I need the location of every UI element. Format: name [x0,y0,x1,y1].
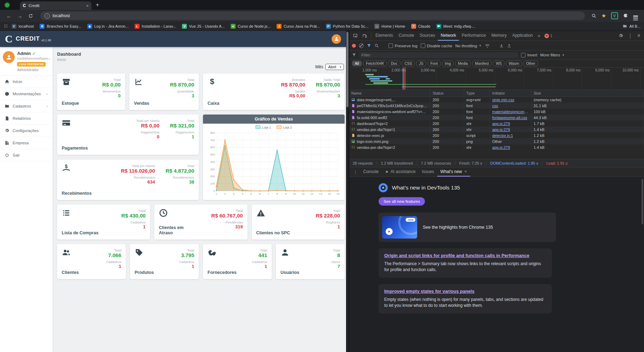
network-request-row[interactable]: data:image/svg+xml,...200svg+xmlstyle.mi… [349,97,644,103]
request-initiator[interactable]: app.js:279 [492,145,510,150]
filter-chip-fetch-xhr[interactable]: Fetch/XHR [363,61,387,66]
filter-chip-wasm[interactable]: Wasm [506,61,522,66]
request-initiator[interactable]: fontawesome-all.css [492,116,527,120]
invert-checkbox[interactable]: Invert [521,53,537,57]
filter-chip-media[interactable]: Media [455,61,471,66]
settings-gear-icon[interactable] [616,31,625,41]
devtools-tab-console[interactable]: Console [396,31,417,41]
clear-icon[interactable] [359,43,364,48]
extensions-icon[interactable] [623,13,628,19]
sidebar-item-cadastros[interactable]: Cadastros [0,100,53,112]
devtools-tab-performance[interactable]: Performance [459,31,489,41]
devtools-tab-network[interactable]: Network [438,31,459,41]
filter-chip-css[interactable]: CSS [402,61,415,66]
drawer-tab-ai-assistance[interactable]: AI assistance [382,167,419,177]
sidebar-item-sair[interactable]: Sair [0,149,53,161]
column-header-name[interactable]: Name [349,90,431,96]
network-conditions-icon[interactable] [485,43,490,48]
scrollbar-thumb[interactable] [346,32,348,107]
more-filters-button[interactable]: More filters▼ [540,53,565,57]
throttling-select[interactable]: No throttling▼ [455,44,482,48]
section-title-link[interactable]: Improved empty states for various panels [384,289,546,294]
tab-close-icon[interactable]: × [86,3,89,8]
filter-toggle-icon[interactable] [367,43,371,48]
section-title-link[interactable]: Origin and script links for profile and … [384,253,546,258]
new-tab-button[interactable]: + [96,1,99,8]
request-initiator[interactable]: materialdesignicons.mi... [492,110,529,114]
devtools-menu-icon[interactable]: ⋮ [625,31,635,41]
forward-button[interactable]: → [17,13,22,19]
network-request-row[interactable]: detector-exec.js200scriptdetector.js:11.… [349,132,644,138]
user-avatar[interactable] [332,34,341,44]
browser-menu-icon[interactable] [633,15,638,17]
network-request-row[interactable]: dashboard?loja=2200xhrapp.js:2791.7 kB [349,120,644,126]
network-request-row[interactable]: pe0TMlmSLYBIv1o4X1M8ce2xCx3yop4tQ...200f… [349,103,644,109]
request-initiator[interactable]: style.min.css [492,98,514,102]
preserve-log-checkbox[interactable]: Preserve log [388,43,418,48]
devtools-tab-memory[interactable]: Memory [489,31,509,41]
inspect-element-icon[interactable] [351,31,360,41]
sidebar-item-relatorios[interactable]: Relatórios [0,112,53,125]
bookmark-home-home[interactable]: ⌂Home | Home [374,24,405,29]
filter-input[interactable] [359,52,518,58]
drawer-tab-what-s-new[interactable]: What's new× [437,167,470,177]
edit-pencil-icon[interactable] [32,52,36,55]
search-icon[interactable] [591,13,597,19]
month-select[interactable]: Abril ▾ [325,64,344,70]
column-header-status[interactable]: Status [431,90,464,96]
drawer-menu-icon[interactable]: ⋮ [351,167,360,177]
column-header-initiator[interactable]: Initiator [490,90,531,96]
bookmark-meet-mdg-zfwq[interactable]: Meet: mdg-zfwq-... [436,24,475,29]
page-scrollbar[interactable] [346,31,349,352]
bookmark-star-icon[interactable]: ★ [602,13,606,19]
network-request-row[interactable]: vendas-por-dia?loja=1200xhrapp.js:2791.4… [349,126,644,132]
request-initiator[interactable]: css [492,104,498,108]
request-initiator[interactable]: app.js:279 [492,122,510,126]
device-toolbar-icon[interactable] [360,31,370,41]
error-badge[interactable]: × 1 [542,31,555,41]
filter-chip-manifest[interactable]: Manifest [472,61,492,66]
bookmark-python-for-data-sc[interactable]: PPython for Data Sc... [326,24,369,29]
bookmark-vue-js-usando-a[interactable]: VVue JS - Usando A... [182,24,225,29]
bookmark-installation-larav[interactable]: LInstallation - Larav... [135,24,176,29]
sidebar-item-movimentacoes[interactable]: Movimentações [0,88,53,100]
filter-chip-js[interactable]: JS [416,61,426,66]
filter-chip-img[interactable]: Img [442,61,454,66]
filter-chip-other[interactable]: Other [523,61,538,66]
bookmark-branches-for-easy[interactable]: BBranches for Easy... [40,24,81,29]
column-header-type[interactable]: Type [464,90,490,96]
sidebar-item-inicio[interactable]: Início [0,76,53,88]
bookmark-claude[interactable]: *Claude [411,24,431,29]
bookmark-curso-de-node-js[interactable]: nCurso de Node.js... [231,24,271,29]
request-initiator[interactable]: app.js:279 [492,127,510,132]
apps-grid-icon[interactable] [4,24,8,28]
export-har-icon[interactable] [507,43,511,48]
legend-item[interactable]: Loja 1 [256,125,271,129]
drawer-tab-console[interactable]: Console [360,167,382,177]
back-button[interactable]: ← [6,13,12,19]
network-request-row[interactable]: materialdesignicons-webfont.woff2?v=1.8.… [349,109,644,115]
devtools-close-icon[interactable]: × [635,31,643,41]
legend-item[interactable]: Loja 2 [277,125,292,129]
highlight-card[interactable]: new See the highlights from Chrome 135 [379,213,556,242]
bookmark-curso-java-na-prat[interactable]: JCurso Java na Prát... [277,24,320,29]
network-request-row[interactable]: fa-solid-900.woff2200fontfontawesome-all… [349,115,644,120]
drawer-scrollbar[interactable] [642,179,643,225]
bookmark-log-in-jira-anron[interactable]: ◆Log in - Jira Anron... [87,24,129,29]
more-tabs-icon[interactable]: » [536,31,542,41]
sidebar-item-configuracoes[interactable]: Configurações [0,125,53,137]
filter-chip-all[interactable]: All [352,61,362,66]
network-search-icon[interactable] [374,43,379,48]
see-all-features-button[interactable]: See all new features [379,197,425,206]
filter-chip-ws[interactable]: WS [493,61,504,66]
reload-button[interactable] [28,13,33,19]
bookmark-localhost[interactable]: Clocalhost [12,24,34,29]
browser-tab-credit[interactable]: C Credit × [20,1,91,10]
address-bar[interactable]: i localhost [40,12,585,20]
network-request-row[interactable]: logo-icon-mini.png200pngOther1.2 kB [349,138,644,144]
all-bookmarks-button[interactable]: All B... [623,24,640,28]
request-initiator[interactable]: detector.js:1 [492,133,513,138]
devtools-tab-sources[interactable]: Sources [417,31,438,41]
disable-cache-checkbox[interactable]: Disable cache [421,43,452,48]
play-icon[interactable] [386,228,393,235]
